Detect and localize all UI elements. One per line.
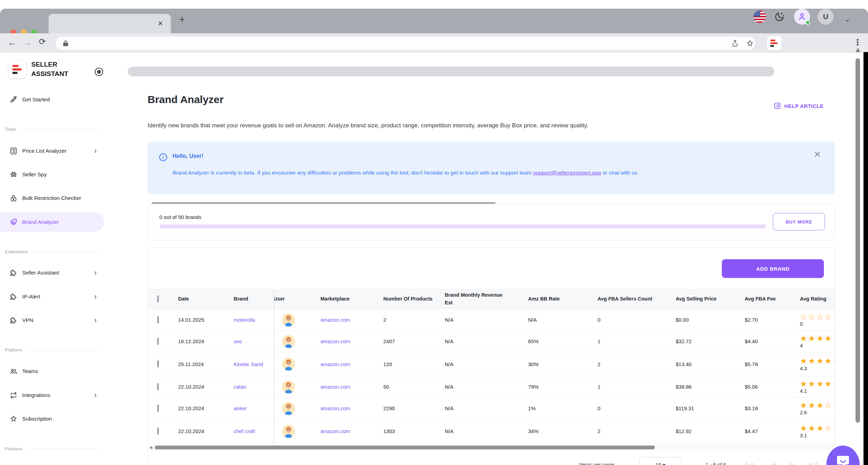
sidebar-item-bulk-restriction-checker[interactable]: Bulk Restriction Checker <box>0 188 104 208</box>
row-checkbox[interactable] <box>157 360 159 367</box>
page-size-select[interactable]: 10 ▾ <box>639 457 682 465</box>
user-avatar[interactable]: U <box>818 9 834 25</box>
cell-marketplace-link[interactable]: amazon.com <box>320 384 383 390</box>
cell-brand-link[interactable]: chef craft <box>234 428 274 434</box>
forward-icon[interactable]: → <box>23 38 32 47</box>
sidebar-collapse-icon[interactable] <box>94 67 103 76</box>
cell-marketplace-link[interactable]: amazon.com <box>320 338 383 344</box>
cell-marketplace-link[interactable]: amazon.com <box>320 428 383 434</box>
language-flag-icon[interactable] <box>753 10 766 23</box>
banner-body: Brand Analyzer is currently in beta. If … <box>173 167 749 179</box>
column-header-user[interactable]: User <box>274 295 305 303</box>
column-header-avg-fba-sellers-count[interactable]: Avg FBA Sellers Count <box>598 295 653 303</box>
first-page-icon[interactable]: |◁ <box>745 461 753 465</box>
column-header-number-of-products[interactable]: Number Of Products <box>383 295 435 303</box>
cell-number-of-products: 2290 <box>383 405 445 411</box>
tab-search-chevron-icon[interactable]: ⌄ <box>844 16 850 23</box>
puzzle-icon <box>9 293 18 301</box>
seller-assistant-extension-icon[interactable] <box>767 36 781 50</box>
sidebar-item-integrations[interactable]: Integrations› <box>0 386 104 405</box>
column-header-marketplace[interactable]: Marketplace <box>320 295 369 303</box>
row-checkbox[interactable] <box>157 338 159 345</box>
sidebar-item-seller-spy[interactable]: Seller Spy <box>0 165 104 184</box>
row-checkbox[interactable] <box>157 428 159 435</box>
spy-icon <box>9 170 18 179</box>
bookmark-star-icon[interactable] <box>746 39 754 48</box>
cell-date: 22.10.2024 <box>178 428 234 434</box>
horizontal-scrollbar-thumb[interactable] <box>155 446 655 449</box>
column-header-brand-monthly-revenue-est[interactable]: Brand Monthly Revenue Est <box>445 291 511 307</box>
back-icon[interactable]: ← <box>8 38 17 47</box>
account-user-icon[interactable] <box>794 9 810 25</box>
new-tab-icon[interactable]: + <box>179 15 185 24</box>
cell-avg-rating: ★★★★☆4.3 <box>800 357 835 371</box>
row-checkbox[interactable] <box>157 405 159 412</box>
row-checkbox[interactable] <box>157 383 159 390</box>
tab-close-icon[interactable]: ✕ <box>158 20 163 27</box>
brand-tag-icon <box>9 218 18 226</box>
cell-date: 22.10.2024 <box>178 384 234 390</box>
sidebar-item-ip-alert[interactable]: IP-Alert› <box>0 287 104 306</box>
rating-stars-icon: ★★★★☆ <box>800 334 835 343</box>
scrollbar-up-arrow-icon[interactable] <box>856 48 860 52</box>
info-banner: Hello, User! Brand Analyzer is currently… <box>148 142 835 194</box>
user-avatar-illustration <box>282 402 295 415</box>
cell-marketplace-link[interactable]: amazon.com <box>320 405 383 411</box>
support-email-link[interactable]: support@sellerassistant.app <box>533 170 601 176</box>
scroll-left-arrow-icon[interactable]: ◀ <box>149 445 152 450</box>
price-list-icon <box>9 147 18 155</box>
vertical-scrollbar-thumb[interactable] <box>856 58 860 423</box>
browser-tab[interactable]: ✕ <box>49 14 171 33</box>
cell-brand-link[interactable]: Kinetic Sand <box>234 361 274 367</box>
column-header-avg-fba-fee[interactable]: Avg FBA Fee <box>745 295 790 303</box>
column-header-date[interactable]: Date <box>178 295 213 303</box>
last-page-icon[interactable]: ▷| <box>809 461 817 465</box>
next-page-icon[interactable]: ▷ <box>790 461 796 465</box>
share-icon[interactable] <box>731 39 739 48</box>
sidebar-item-price-list-analyzer[interactable]: Price List Analyzer› <box>0 141 104 161</box>
cell-brand-link[interactable]: anker <box>234 405 274 411</box>
cell-avg-selling-price: $119.31 <box>676 405 745 411</box>
column-header-brand[interactable]: Brand <box>234 295 272 303</box>
column-header-avg-rating[interactable]: Avg Rating <box>800 295 835 303</box>
select-all-checkbox[interactable] <box>157 295 159 303</box>
chevron-right-icon: › <box>94 292 97 301</box>
horizontal-scrollbar[interactable]: ◀ <box>148 445 835 450</box>
banner-close-icon[interactable]: ✕ <box>813 149 821 160</box>
cell-marketplace-link[interactable]: amazon.com <box>320 361 383 367</box>
cell-avg-fba-sellers-count: 2 <box>598 428 676 434</box>
cell-avg-fba-fee: $5.78 <box>745 361 800 367</box>
puzzle-icon <box>9 269 18 277</box>
cell-brand-monthly-revenue: N/A <box>445 317 528 323</box>
sidebar-item-brand-analyzer[interactable]: Brand Analyzer <box>0 212 104 232</box>
address-bar[interactable] <box>56 37 755 50</box>
table-row: 16.12.2024oxo amazon.com2407N/A65%1$32.7… <box>148 331 835 352</box>
buy-more-button[interactable]: BUY MORE <box>773 213 825 230</box>
sidebar-item-get-started[interactable]: Get Started <box>0 90 104 109</box>
reload-icon[interactable]: ⟳ <box>39 37 46 46</box>
sidebar-item-seller-assistant[interactable]: Seller Assistant› <box>0 263 104 282</box>
sidebar-item-vpn[interactable]: VPN› <box>0 311 104 330</box>
cell-brand-link[interactable]: oxo <box>234 338 274 344</box>
app-title: SELLERASSISTANT <box>31 60 68 78</box>
column-header-avg-selling-price[interactable]: Avg Selling Price <box>676 295 728 303</box>
row-checkbox[interactable] <box>157 316 159 323</box>
rating-stars-icon: ★★★★☆ <box>800 357 835 365</box>
cell-number-of-products: 120 <box>383 361 445 367</box>
prev-page-icon[interactable]: ◁ <box>769 461 775 465</box>
column-header-amz-bb-rate[interactable]: Amz BB Rate <box>528 295 584 303</box>
help-article-link[interactable]: HELP ARTICLE <box>774 102 824 110</box>
browser-menu-kebab-icon[interactable]: ⋮ <box>853 38 862 46</box>
url-field[interactable] <box>128 67 774 76</box>
add-brand-button[interactable]: ADD BRAND <box>722 259 824 278</box>
cell-date: 25.11.2024 <box>178 361 234 367</box>
cell-marketplace-link[interactable]: amazon.com <box>320 317 383 323</box>
sidebar-item-teams[interactable]: Teams <box>0 362 104 381</box>
cell-brand-link[interactable]: catan <box>234 384 274 390</box>
cell-avg-rating: ★★★★☆4 <box>800 334 835 348</box>
dark-mode-moon-icon[interactable] <box>773 10 786 24</box>
brands-quota-card: 0 out of 50 brands BUY MORE <box>148 204 835 240</box>
cell-brand-link[interactable]: motorolla <box>234 317 274 323</box>
app-logo[interactable] <box>8 60 26 78</box>
sidebar-item-subscription[interactable]: Subscription <box>0 409 104 429</box>
